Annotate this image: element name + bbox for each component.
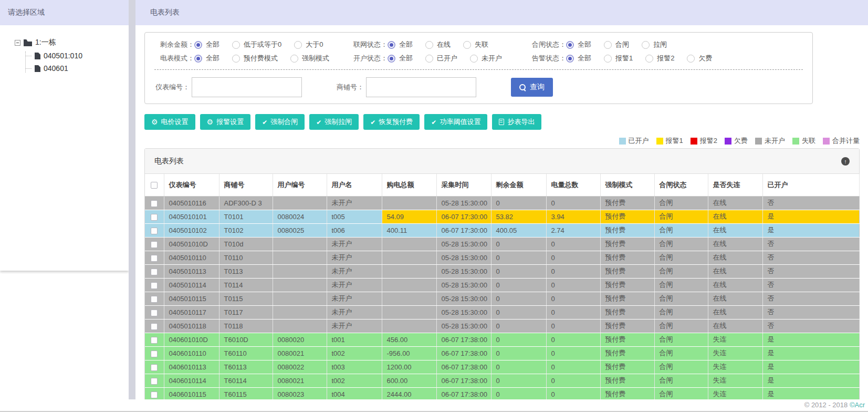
radio-icon[interactable] <box>232 41 240 49</box>
强制合闸-button[interactable]: 强制合闸 <box>255 114 305 130</box>
cell: 0 <box>491 251 546 264</box>
cell: 0 <box>491 333 546 346</box>
cell: 05-28 15:30:00 <box>436 278 491 292</box>
radio-icon[interactable] <box>687 55 695 63</box>
cell: 未开户 <box>327 196 382 210</box>
cell: 合闸 <box>654 374 708 387</box>
row-checkbox[interactable] <box>151 255 158 262</box>
row-checkbox[interactable] <box>151 337 158 344</box>
radio-option[interactable]: 大于0 <box>294 40 323 49</box>
area-tree: 1:一栋 040501:010 040601 <box>15 38 129 73</box>
tree-node-building[interactable]: 1:一栋 <box>15 38 129 47</box>
radio-option[interactable]: 预付费模式 <box>232 54 278 63</box>
radio-icon[interactable] <box>425 41 433 49</box>
radio-icon[interactable] <box>290 55 298 63</box>
radio-icon[interactable] <box>294 41 302 49</box>
radio-option[interactable]: 拉闸 <box>642 40 667 49</box>
row-checkbox[interactable] <box>151 351 158 357</box>
radio-icon[interactable] <box>388 41 395 49</box>
collapse-up-icon[interactable]: ↑ <box>841 157 850 166</box>
cell: 合闸 <box>654 237 708 251</box>
radio-option[interactable]: 报警2 <box>645 54 674 63</box>
legend-label: 未开户 <box>765 136 785 146</box>
radio-option[interactable]: 在线 <box>425 40 451 49</box>
search-button[interactable]: 查询 <box>511 78 553 97</box>
radio-option[interactable]: 全部 <box>388 54 413 63</box>
panel-splitter[interactable] <box>129 0 135 412</box>
row-checkbox[interactable] <box>151 282 158 289</box>
radio-option[interactable]: 强制模式 <box>290 54 329 63</box>
row-checkbox[interactable] <box>151 269 158 275</box>
radio-option[interactable]: 欠费 <box>687 54 712 63</box>
row-checkbox[interactable] <box>151 364 158 371</box>
meter-table-panel: 电表列表 ↑ 仪表编号商铺号用户编号用户名购电总额采集时间剩余金额电量总数强制模… <box>144 148 860 402</box>
radio-icon[interactable] <box>604 41 612 49</box>
radio-option[interactable]: 低于或等于0 <box>232 40 281 49</box>
radio-icon[interactable] <box>470 55 478 63</box>
radio-icon[interactable] <box>642 41 650 49</box>
radio-icon[interactable] <box>425 55 433 63</box>
row-checkbox[interactable] <box>151 392 158 398</box>
legend-swatch <box>755 138 762 145</box>
row-checkbox[interactable] <box>151 310 158 316</box>
legend-label: 报警2 <box>700 136 717 146</box>
radio-option[interactable]: 全部 <box>388 40 413 49</box>
radio-option-label: 拉闸 <box>653 40 667 49</box>
row-checkbox[interactable] <box>151 323 158 330</box>
radio-icon[interactable] <box>604 55 612 63</box>
tree-collapse-icon[interactable] <box>15 40 20 46</box>
cell: 1200.00 <box>382 360 436 374</box>
报警设置-button[interactable]: 报警设置 <box>200 114 251 130</box>
table-row: 0406010114T601140080021t002600.0006-07 1… <box>145 374 859 387</box>
tree-node-meter-group[interactable]: 040601 <box>26 64 129 73</box>
radio-option[interactable]: 合闸 <box>604 40 629 49</box>
meter-no-input[interactable] <box>192 77 302 97</box>
radio-option[interactable]: 全部 <box>566 54 591 63</box>
legend-item: 报警2 <box>691 136 717 146</box>
cell: ADF300-D 3 <box>219 196 273 210</box>
file-icon <box>35 65 40 72</box>
radio-option[interactable]: 报警1 <box>604 54 633 63</box>
column-header: 强制模式 <box>600 174 654 196</box>
恢复预付费-button[interactable]: 恢复预付费 <box>363 114 420 130</box>
row-checkbox[interactable] <box>151 214 158 221</box>
cell: 合闸 <box>654 360 708 374</box>
cell: 0405010114 <box>164 278 219 292</box>
radio-icon[interactable] <box>388 55 395 63</box>
filter-box: 剩余金额：全部低于或等于0大于0联网状态：全部在线失联合闸状态：全部合闸拉闸电表… <box>144 32 813 104</box>
radio-icon[interactable] <box>463 41 471 49</box>
radio-option[interactable]: 全部 <box>194 54 219 63</box>
cell: t002 <box>327 346 382 360</box>
row-checkbox[interactable] <box>151 241 158 248</box>
radio-icon[interactable] <box>194 55 202 63</box>
功率阈值设置-button[interactable]: 功率阈值设置 <box>424 114 487 130</box>
radio-icon[interactable] <box>645 55 653 63</box>
cell: 54.09 <box>382 210 436 223</box>
抄表导出-button[interactable]: 抄表导出 <box>492 114 541 130</box>
row-checkbox[interactable] <box>151 296 158 303</box>
radio-icon[interactable] <box>566 41 574 49</box>
强制拉闸-button[interactable]: 强制拉闸 <box>309 114 359 130</box>
copyright-link[interactable]: ©Acr <box>850 401 865 409</box>
cell: 0406010110 <box>164 346 219 360</box>
cell: 06-07 17:38:00 <box>436 346 491 360</box>
tree-node-meter-group[interactable]: 040501:010 <box>26 52 129 60</box>
radio-icon[interactable] <box>566 55 574 63</box>
cell: 未开户 <box>327 251 382 264</box>
radio-option[interactable]: 全部 <box>194 40 219 49</box>
radio-icon[interactable] <box>232 55 240 63</box>
select-all-checkbox[interactable] <box>151 182 158 189</box>
cell: 是 <box>762 360 859 374</box>
radio-icon[interactable] <box>194 41 202 49</box>
row-checkbox[interactable] <box>151 228 158 234</box>
column-header: 商铺号 <box>219 174 273 196</box>
row-checkbox[interactable] <box>151 378 158 385</box>
radio-option[interactable]: 已开户 <box>425 54 457 63</box>
radio-option[interactable]: 失联 <box>463 40 488 49</box>
filter-group: 剩余金额：全部低于或等于0大于0 <box>153 40 347 49</box>
电价设置-button[interactable]: 电价设置 <box>144 114 195 130</box>
radio-option[interactable]: 未开户 <box>470 54 502 63</box>
shop-no-input[interactable] <box>366 77 476 97</box>
row-checkbox[interactable] <box>151 200 158 207</box>
radio-option[interactable]: 全部 <box>566 40 591 49</box>
